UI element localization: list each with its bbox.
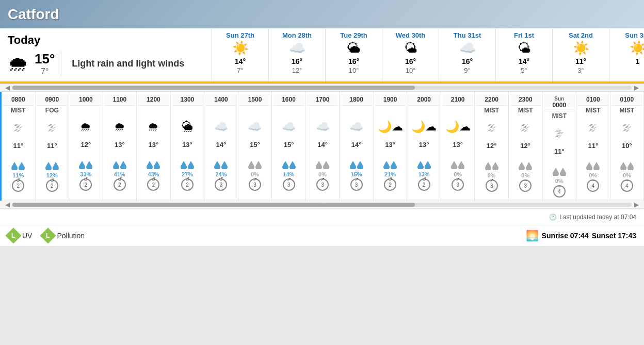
hourly-col-13: 2100 🌙☁ 13° 0% ↗ 3 [441, 92, 475, 201]
forecast-day-icon-5: 🌤 [518, 40, 531, 56]
hour-wind-5: ↺ 2 [172, 177, 203, 192]
hour-rain-icon-18 [611, 160, 643, 172]
hour-weather-icon-2: 🌧 [70, 114, 102, 140]
hour-wind-circle-4: ↺ 2 [147, 178, 159, 191]
hourly-col-11: 1900 🌙☁ 13° 21% ↺ 2 [374, 92, 408, 201]
forecast-day-name-3: Wed 30th [396, 31, 426, 39]
forecast-day-name-2: Tue 29th [340, 31, 367, 39]
today-weather-icon: 🌧 [8, 52, 28, 75]
hour-rain-icon-8 [273, 159, 304, 171]
hour-wind-circle-7: ↗ 3 [249, 178, 261, 191]
today-high-temp: 15° [35, 51, 55, 67]
forecast-day-low-4: 9° [464, 67, 470, 74]
bottom-scroll-right-arrow[interactable]: ▶ [634, 201, 639, 208]
hour-rain-icon-14 [476, 160, 507, 172]
hourly-col-16: Sun 0000 MIST 🌫 11° 0% → 4 [543, 92, 577, 201]
forecast-day-high-0: 14° [235, 57, 246, 65]
top-scrollbar[interactable]: ◀ ≡ ▶ [0, 84, 644, 92]
bottom-scroll-thumb [12, 203, 415, 207]
uv-letter: L [11, 232, 15, 239]
hour-temp-15: 12° [510, 141, 541, 151]
hour-rain-icon-2 [70, 159, 102, 171]
hour-rain-icon-1 [37, 160, 68, 172]
hour-label-0: 0800 [3, 94, 34, 106]
hour-label-10: 1800 [341, 94, 372, 106]
forecast-day-0: Sun 27th ☀️ 14° 7° [212, 28, 268, 81]
forecast-day-1: Mon 28th ☁️ 16° 12° [268, 28, 325, 81]
hour-weather-icon-4: 🌧 [138, 114, 169, 140]
today-low-temp: 7° [41, 67, 49, 76]
scroll-right-arrow[interactable]: ▶ [634, 84, 639, 91]
sunrise-text: Sunrise 07:44 [542, 232, 589, 240]
hour-wind-15: → 3 [510, 178, 541, 193]
hourly-col-18: 0100 MIST 🌫 10° 0% → 4 [610, 92, 644, 201]
hour-time-6: 1400 [214, 96, 228, 103]
sunrise-info: 🌅 Sunrise 07:44 Sunset 17:43 [526, 229, 636, 242]
hour-wind-8: ↗ 3 [273, 177, 304, 192]
hour-label-text-1: FOG [37, 106, 68, 115]
uv-badge: L UV [8, 230, 32, 241]
hour-rain-icon-4 [138, 159, 169, 171]
hour-rain-icon-5 [172, 159, 203, 171]
hour-label-16: Sun 0000 [544, 94, 575, 111]
pollution-label: Pollution [57, 232, 85, 240]
hour-wind-1: ↺ 2 [37, 178, 68, 193]
forecast-day-6: Sat 2nd ☀️ 11° 3° [552, 28, 609, 81]
scroll-thumb [12, 86, 415, 90]
uv-diamond: L [5, 227, 21, 243]
hour-rain-icon-11 [375, 159, 406, 171]
hour-label-1: 0900 [37, 94, 68, 106]
scroll-left-arrow[interactable]: ◀ [5, 84, 10, 91]
scroll-track[interactable]: ≡ [12, 86, 632, 90]
hour-time-3: 1100 [113, 96, 127, 103]
bottom-scroll-left-arrow[interactable]: ◀ [5, 201, 10, 208]
hour-weather-icon-8: ☁️ [273, 114, 304, 140]
hour-wind-circle-13: ↗ 3 [452, 178, 464, 191]
bottom-scroll-center-icon: ≡ [320, 203, 324, 208]
hourly-col-14: 2200 MIST 🌫 12° 0% ↗ 3 [475, 92, 509, 201]
hour-label-6: 1400 [205, 94, 237, 106]
hourly-col-7: 1500 ☁️ 15° 0% ↗ 3 [238, 92, 272, 201]
hour-rain-icon-15 [510, 160, 541, 172]
sunset-text: Sunset 17:43 [592, 232, 636, 240]
forecast-day-name-0: Sun 27th [226, 31, 254, 39]
hour-time-15: 2300 [519, 96, 533, 103]
hour-wind-circle-11: ↺ 2 [384, 178, 396, 191]
hour-sub-16: Sun [544, 96, 575, 102]
hour-time-5: 1300 [181, 96, 195, 103]
hour-temp-9: 14° [307, 140, 339, 150]
forecast-day-icon-3: 🌤 [404, 40, 417, 56]
forecast-day-low-2: 10° [349, 67, 359, 74]
forecast-day-icon-6: ☀️ [573, 40, 589, 56]
hour-time-4: 1200 [147, 96, 160, 103]
forecast-day-low-3: 10° [406, 67, 416, 74]
main-content: Today 🌧 15° 7° Light rain and light wind… [0, 28, 644, 84]
forecast-day-icon-2: 🌥 [347, 40, 361, 56]
hour-label-14: 2200 [476, 94, 507, 106]
bottom-scroll-track[interactable]: ≡ [12, 203, 632, 207]
forecast-day-icon-7: ☀️ [630, 40, 645, 56]
hour-label-3: 1100 [104, 94, 136, 106]
scroll-center-icon: ≡ [320, 86, 324, 91]
hourly-col-15: 2300 MIST 🌫 12° 0% → 3 [509, 92, 543, 201]
forecast-day-icon-1: ☁️ [289, 40, 305, 56]
hour-time-18: 0100 [620, 96, 634, 103]
hour-rain-icon-10 [341, 159, 372, 171]
hourly-col-4: 1200 🌧 13° 43% ↺ 2 [137, 92, 171, 201]
hour-time-17: 0100 [586, 96, 600, 103]
hour-wind-13: ↗ 3 [442, 177, 474, 192]
hour-weather-icon-0: 🌫 [3, 115, 34, 141]
hour-wind-12: ↺ 2 [408, 177, 440, 192]
hour-weather-icon-3: 🌧 [104, 114, 136, 140]
hour-label-18: 0100 [611, 94, 643, 106]
forecast-day-high-6: 11° [575, 57, 586, 65]
bottom-scrollbar[interactable]: ◀ ≡ ▶ [0, 201, 644, 209]
pollution-badge: L Pollution [42, 230, 85, 241]
hour-label-text-0: MIST [3, 106, 34, 115]
hour-temp-4: 13° [138, 140, 169, 150]
forecast-day-low-1: 12° [292, 67, 302, 74]
hour-temp-1: 11° [37, 141, 68, 151]
hour-label-7: 1500 [239, 94, 271, 106]
hour-temp-13: 13° [442, 140, 474, 150]
hour-weather-icon-16: 🌫 [544, 121, 575, 146]
